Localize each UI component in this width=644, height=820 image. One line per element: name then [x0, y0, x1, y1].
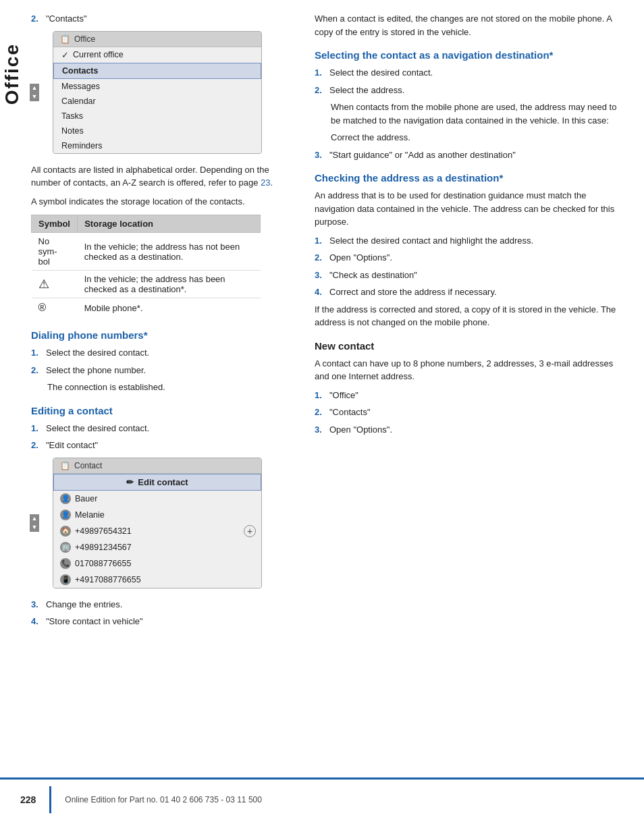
new-contact-step3: 3. Open "Options". [315, 423, 624, 437]
menu-item-label: Calendar [61, 97, 96, 106]
para1: All contacts are listed in alphabetical … [31, 163, 294, 190]
checking-para: An address that is to be used for destin… [315, 189, 624, 229]
office-menu-title: Office [74, 34, 95, 44]
contact-phone: +4917088776655 [75, 575, 141, 584]
menu-item-edit-contact[interactable]: ✏ Edit contact [53, 474, 261, 491]
checking-step2: 2. Open "Options". [315, 251, 624, 265]
symbol-cell: ⚠ [32, 271, 78, 298]
contact-icon: 📋 [60, 461, 70, 470]
step2-number: 2. [31, 12, 42, 26]
step-text: Select the address. [329, 84, 624, 97]
table-row: ® Mobile phone*. [32, 298, 261, 318]
menu-item-calendar[interactable]: Calendar [53, 94, 261, 109]
step-number: 2. [31, 364, 42, 377]
contact-phone: +49891234567 [75, 543, 132, 552]
step-number: 2. [315, 406, 325, 419]
office-menu: 📋 Office ✓ Current office Contacts Messa… [53, 31, 262, 154]
contact-menu: 📋 Contact ✏ Edit contact 👤 Bauer 👤 Melan… [53, 458, 262, 589]
checking-heading: Checking the address as a destination* [315, 172, 624, 184]
editing-step3: 3. Change the entries. [31, 598, 294, 611]
contact-item-melanie[interactable]: 👤 Melanie [53, 507, 261, 523]
contact-item-phone2[interactable]: 🏢 +49891234567 [53, 539, 261, 555]
menu-item-reminders[interactable]: Reminders [53, 138, 261, 153]
step-text: Select the desired contact and highlight… [329, 234, 624, 248]
edit-icon: ✏ [126, 477, 134, 487]
checking-step4: 4. Correct and store the address if nece… [315, 285, 624, 299]
footer-text: Online Edition for Part no. 01 40 2 606 … [65, 795, 262, 804]
symbol-cell: ® [32, 298, 78, 318]
para2: A symbol indicates the storage location … [31, 195, 294, 209]
home-phone-icon: 📞 [60, 558, 71, 569]
step-text: Select the phone number. [46, 364, 294, 377]
menu-item-contacts[interactable]: Contacts [53, 63, 261, 79]
arrow-up[interactable]: ▲ [30, 514, 39, 523]
new-contact-step2: 2. "Contacts" [315, 406, 624, 419]
step2-text: "Contacts" [46, 12, 294, 26]
col-symbol: Symbol [32, 215, 78, 233]
page-link[interactable]: 23 [261, 177, 270, 188]
mobile-icon: 📱 [60, 574, 71, 585]
selecting-heading: Selecting the contact as a navigation de… [315, 49, 624, 61]
step-number: 3. [315, 148, 325, 162]
selecting-sub2: Correct the address. [331, 131, 624, 144]
menu-item-label: Contacts [62, 66, 98, 76]
step-number: 3. [31, 598, 42, 611]
step-number: 1. [31, 346, 42, 360]
step-number: 4. [31, 615, 42, 628]
menu-item-label: Tasks [61, 111, 83, 121]
step-text: Open "Options". [329, 423, 624, 437]
new-contact-heading: New contact [315, 340, 624, 352]
footer-divider [49, 786, 51, 813]
step-number: 1. [315, 66, 325, 80]
person-icon: 👤 [60, 510, 71, 520]
plus-icon[interactable]: + [244, 525, 256, 537]
menu-item-tasks[interactable]: Tasks [53, 109, 261, 124]
contact-item-bauer[interactable]: 👤 Bauer [53, 491, 261, 507]
contact-menu-arrows[interactable]: ▲ ▼ [30, 514, 39, 532]
arrow-down[interactable]: ▼ [30, 92, 39, 101]
menu-item-current-office[interactable]: ✓ Current office [53, 47, 261, 63]
when-contact-para: When a contact is edited, the changes ar… [315, 12, 624, 38]
contact-item-phone1[interactable]: 🏠 +49897654321 + [53, 523, 261, 539]
step-number: 3. [315, 423, 325, 437]
step-text: "Check as destination" [329, 269, 624, 282]
menu-item-label: Reminders [61, 141, 102, 151]
step-number: 1. [31, 422, 42, 435]
new-contact-step1: 1. "Office" [315, 389, 624, 402]
dialing-step2: 2. Select the phone number. [31, 364, 294, 377]
contact-item-phone4[interactable]: 📱 +4917088776655 [53, 572, 261, 588]
step-text: "Start guidance" or "Add as another dest… [329, 148, 624, 162]
new-contact-para: A contact can have up to 8 phone numbers… [315, 357, 624, 383]
contact-phone: 017088776655 [75, 559, 131, 568]
step-number: 2. [315, 84, 325, 97]
contact-item-phone3[interactable]: 📞 017088776655 [53, 555, 261, 572]
menu-item-label: Notes [61, 126, 84, 136]
selecting-step1: 1. Select the desired contact. [315, 66, 624, 80]
dialing-sub: The connection is established. [47, 381, 294, 394]
office-menu-container: ▲ ▼ 📋 Office ✓ Current office Contacts M… [42, 31, 294, 154]
contact-menu-container: ▲ ▼ 📋 Contact ✏ Edit contact 👤 Bauer [42, 458, 294, 589]
biz-phone-icon: 🏢 [60, 542, 71, 553]
step-text: Open "Options". [329, 251, 624, 265]
arrow-up[interactable]: ▲ [30, 84, 39, 92]
step-text: Change the entries. [46, 598, 294, 611]
dialing-step1: 1. Select the desired contact. [31, 346, 294, 360]
editing-heading: Editing a contact [31, 405, 294, 416]
step-number: 1. [315, 389, 325, 402]
table-row: No sym-bol In the vehicle; the address h… [32, 233, 261, 271]
checking-para2: If the address is corrected and stored, … [315, 303, 624, 329]
arrow-down[interactable]: ▼ [30, 523, 39, 532]
step-number: 2. [315, 251, 325, 265]
footer: 228 Online Edition for Part no. 01 40 2 … [0, 777, 644, 820]
menu-item-notes[interactable]: Notes [53, 124, 261, 138]
desc-cell: In the vehicle; the address has not been… [78, 233, 261, 271]
editing-step2: 2. "Edit contact" [31, 439, 294, 452]
menu-item-messages[interactable]: Messages [53, 79, 261, 94]
step-text: Select the desired contact. [46, 346, 294, 360]
step-text: "Office" [329, 389, 624, 402]
contact-name: Bauer [75, 494, 97, 503]
step-text: Correct and store the address if necessa… [329, 285, 624, 299]
office-menu-arrows[interactable]: ▲ ▼ [30, 84, 39, 101]
sidebar-label: Office [0, 0, 24, 148]
step-text: "Store contact in vehicle" [46, 615, 294, 628]
